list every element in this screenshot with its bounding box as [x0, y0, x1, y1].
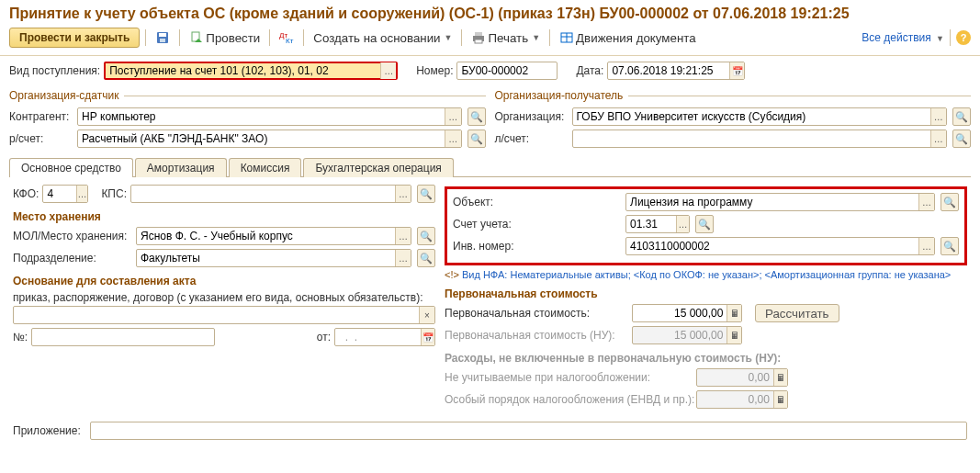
dept-input[interactable]	[137, 250, 395, 266]
calendar-icon[interactable]: 📅	[729, 62, 744, 79]
magnifier-button[interactable]: 🔍	[695, 215, 714, 233]
magnifier-button[interactable]: 🔍	[952, 107, 971, 126]
envd-input	[697, 391, 773, 408]
svg-rect-8	[475, 39, 482, 43]
date-input[interactable]	[608, 62, 729, 79]
org-field[interactable]: …	[572, 107, 948, 126]
post-button[interactable]: Провести	[186, 28, 264, 47]
svg-rect-7	[475, 32, 482, 36]
magnifier-button[interactable]: 🔍	[941, 237, 959, 255]
rschet-label: р/счет:	[9, 132, 73, 145]
pvnu-input	[633, 327, 727, 343]
okof-link[interactable]: <Код по ОКОФ: не указан>;	[634, 269, 762, 280]
kfo-input[interactable]	[43, 186, 75, 202]
basis-desc: приказ, распоряжение, договор (с указани…	[13, 291, 435, 304]
ellipsis-button[interactable]: …	[676, 216, 689, 232]
post-and-close-button[interactable]: Провести и закрыть	[9, 28, 140, 48]
ellipsis-button[interactable]: …	[445, 108, 460, 125]
ellipsis-button[interactable]: …	[918, 194, 934, 210]
basis-date-input[interactable]	[335, 329, 421, 345]
tab-main-asset[interactable]: Основное средство	[9, 158, 133, 177]
attachment-input[interactable]	[91, 422, 966, 439]
calculator-icon[interactable]: 🖩	[727, 305, 741, 321]
create-based-button[interactable]: Создать на основании ▼	[310, 29, 456, 47]
pv-input[interactable]	[633, 305, 727, 321]
save-button[interactable]	[152, 28, 174, 47]
sender-legend: Организация-сдатчик	[9, 89, 124, 102]
kps-input[interactable]	[131, 186, 395, 202]
number-label: Номер:	[416, 64, 453, 77]
tab-amortization[interactable]: Амортизация	[135, 158, 227, 177]
date-field[interactable]: 📅	[607, 62, 745, 80]
clear-button[interactable]: ×	[419, 307, 434, 323]
ellipsis-button[interactable]: …	[395, 186, 411, 202]
tab-commission[interactable]: Комиссия	[229, 158, 302, 177]
magnifier-button[interactable]: 🔍	[417, 185, 435, 203]
object-field[interactable]: …	[625, 193, 935, 211]
mol-input[interactable]	[137, 228, 395, 244]
basis-number-field[interactable]	[31, 328, 215, 346]
tab-accounting[interactable]: Бухгалтерская операция	[303, 158, 453, 177]
contragent-input[interactable]	[78, 108, 445, 125]
amort-link[interactable]: <Амортизационная группа: не указана>	[765, 269, 952, 280]
inv-field[interactable]: …	[625, 237, 935, 255]
basis-title: Основание для составления акта	[13, 275, 435, 287]
envd-label: Особый порядок налогообложения (ЕНВД и п…	[445, 393, 693, 406]
receiver-legend: Организация-получатель	[495, 89, 629, 102]
attachment-field[interactable]	[90, 422, 967, 440]
number-field[interactable]	[456, 62, 558, 80]
account-field[interactable]: …	[625, 215, 690, 233]
lschet-input[interactable]	[573, 130, 930, 147]
magnifier-button[interactable]: 🔍	[417, 227, 435, 245]
org-input[interactable]	[573, 108, 930, 125]
rschet-input[interactable]	[78, 130, 445, 147]
kfo-field[interactable]: …	[42, 185, 88, 203]
ellipsis-button[interactable]: …	[918, 238, 934, 254]
ellipsis-button[interactable]: …	[395, 250, 411, 266]
magnifier-button[interactable]: 🔍	[467, 107, 486, 126]
ellipsis-button[interactable]: …	[76, 186, 88, 202]
kps-field[interactable]: …	[130, 185, 411, 203]
object-input[interactable]	[626, 194, 918, 210]
ellipsis-button[interactable]: …	[395, 228, 411, 244]
receipt-type-input[interactable]	[106, 62, 380, 79]
magnifier-button[interactable]: 🔍	[417, 249, 435, 267]
basis-date-field[interactable]: 📅	[334, 328, 435, 346]
pvnu-label: Первоначальная стоимость (НУ):	[445, 329, 628, 342]
help-icon[interactable]: ?	[956, 30, 971, 45]
print-button[interactable]: Печать ▼	[467, 28, 544, 47]
basis-input[interactable]	[14, 307, 419, 323]
kps-label: КПС:	[101, 187, 127, 200]
dtct-button[interactable]: ДтКт	[276, 28, 298, 47]
contragent-field[interactable]: …	[77, 107, 462, 126]
account-input[interactable]	[626, 216, 676, 232]
receipt-type-field[interactable]: …	[104, 62, 398, 80]
ellipsis-button[interactable]: …	[445, 130, 460, 147]
pv-label: Первоначальная стоимость:	[445, 307, 628, 320]
basis-from-label: от:	[317, 331, 331, 343]
nfa-link[interactable]: Вид НФА: Нематериальные активы;	[462, 269, 631, 280]
mol-field[interactable]: …	[136, 227, 411, 245]
pv-field[interactable]: 🖩	[632, 304, 742, 322]
calculate-button[interactable]: Рассчитать	[755, 304, 839, 322]
inv-input[interactable]	[626, 238, 918, 254]
number-input[interactable]	[457, 62, 557, 79]
rschet-field[interactable]: …	[77, 130, 462, 148]
magnifier-button[interactable]: 🔍	[467, 130, 486, 148]
dept-field[interactable]: …	[136, 249, 411, 267]
post-icon	[189, 30, 204, 45]
lschet-field[interactable]: …	[572, 130, 948, 148]
magnifier-button[interactable]: 🔍	[941, 193, 959, 211]
account-label: Счет учета:	[453, 218, 554, 231]
ellipsis-button[interactable]: …	[930, 130, 946, 147]
basis-field[interactable]: ×	[13, 306, 435, 324]
all-actions-link[interactable]: Все действия ▼	[862, 31, 944, 44]
calendar-icon[interactable]: 📅	[421, 329, 434, 345]
type-label: Вид поступления:	[9, 64, 100, 77]
basis-number-input[interactable]	[32, 329, 214, 345]
ellipsis-button[interactable]: …	[930, 108, 946, 125]
svg-rect-2	[160, 39, 165, 42]
ellipsis-button[interactable]: …	[380, 62, 396, 79]
movements-button[interactable]: Движения документа	[556, 28, 700, 47]
magnifier-button[interactable]: 🔍	[952, 130, 971, 148]
